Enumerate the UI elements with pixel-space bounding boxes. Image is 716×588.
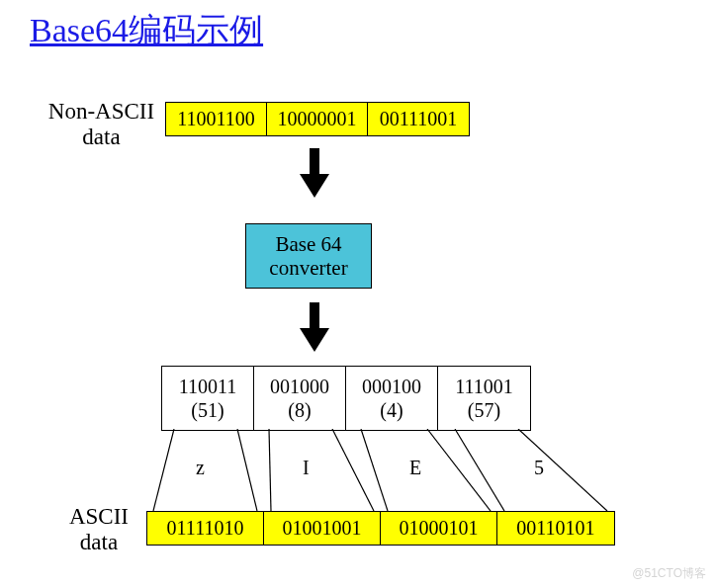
svg-marker-3 xyxy=(300,328,329,352)
svg-line-4 xyxy=(153,429,174,511)
input-byte-cell: 10000001 xyxy=(267,103,368,135)
input-byte-cell: 11001100 xyxy=(166,103,267,135)
sextet-cell: 111001 (57) xyxy=(438,367,530,430)
svg-marker-1 xyxy=(300,174,329,198)
converter-line1: Base 64 xyxy=(275,232,341,256)
sextet-bits: 110011 xyxy=(179,375,237,398)
converter-box: Base 64 converter xyxy=(245,223,372,289)
svg-line-8 xyxy=(361,429,388,511)
converter-line2: converter xyxy=(269,256,347,280)
connector-lines xyxy=(0,429,716,511)
sextet-dec: (8) xyxy=(288,398,311,422)
output-byte-cell: 01111010 xyxy=(147,512,264,545)
page-title: Base64编码示例 xyxy=(30,8,263,53)
sextet-cell: 110011 (51) xyxy=(162,367,254,430)
input-byte-cell: 00111001 xyxy=(368,103,469,135)
output-bytes-row: 01111010 01001001 01000101 00110101 xyxy=(146,511,615,546)
sextet-dec: (4) xyxy=(380,398,403,422)
arrow-down-icon xyxy=(300,148,329,198)
sextet-bits: 000100 xyxy=(362,375,421,398)
output-label: ASCIIdata xyxy=(59,504,138,556)
sextet-cell: 000100 (4) xyxy=(346,367,438,430)
input-bytes-row: 11001100 10000001 00111001 xyxy=(165,102,470,136)
sextet-cell: 001000 (8) xyxy=(254,367,346,430)
svg-line-10 xyxy=(455,429,504,511)
watermark: @51CTO博客 xyxy=(632,565,706,582)
input-label: Non-ASCIIdata xyxy=(45,99,158,151)
arrow-down-icon xyxy=(300,302,329,352)
svg-line-9 xyxy=(427,429,491,511)
sextet-row: 110011 (51) 001000 (8) 000100 (4) 111001… xyxy=(161,366,531,431)
input-label-line1: Non-ASCIIdata xyxy=(48,99,154,149)
svg-line-5 xyxy=(237,429,257,511)
sextet-dec: (51) xyxy=(191,398,224,422)
output-byte-cell: 01001001 xyxy=(264,512,381,545)
sextet-dec: (57) xyxy=(468,398,500,422)
sextet-bits: 111001 xyxy=(455,375,513,398)
output-byte-cell: 01000101 xyxy=(381,512,497,545)
svg-line-6 xyxy=(269,429,271,511)
svg-line-11 xyxy=(518,429,607,511)
svg-rect-2 xyxy=(310,302,319,330)
output-byte-cell: 00110101 xyxy=(497,512,614,545)
svg-line-7 xyxy=(332,429,374,511)
sextet-bits: 001000 xyxy=(270,375,329,398)
svg-rect-0 xyxy=(310,148,319,176)
output-label-line1: ASCIIdata xyxy=(69,504,129,554)
